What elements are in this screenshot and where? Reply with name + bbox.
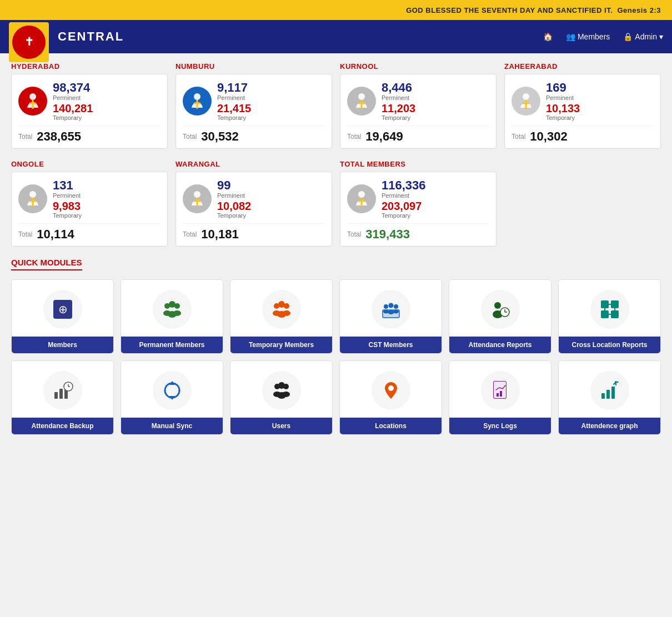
svg-rect-51 (611, 300, 619, 308)
region-kurnool: KURNOOL 8,446 Perminent 11,20 (340, 62, 497, 149)
module-locations[interactable]: Locations (339, 360, 442, 435)
region-card-ongole: 131 Perminent 9,983 Temporary Total 10,1… (11, 172, 168, 247)
svg-point-40 (388, 303, 393, 308)
module-sync-logs[interactable]: Sync Logs (449, 360, 551, 435)
ongole-logo (18, 184, 47, 213)
svg-rect-52 (601, 310, 609, 318)
svg-point-43 (388, 310, 394, 314)
cst-members-icon (380, 299, 402, 320)
warangal-logo (183, 184, 212, 213)
warangal-permanent: 99 (217, 179, 325, 192)
module-manual-sync[interactable]: Manual Sync (121, 360, 223, 435)
numburu-total: 30,532 (201, 129, 238, 144)
svg-point-68 (278, 382, 285, 389)
module-sync-logs-label: Sync Logs (449, 418, 551, 434)
svg-point-27 (174, 303, 180, 309)
region-hyderabad: HYDERABAD 98,374 Perminent 14 (11, 62, 168, 149)
members-nav-icon: 👥 (566, 32, 575, 41)
svg-rect-78 (606, 390, 610, 399)
warangal-temporary: 10,082 (217, 200, 325, 212)
zaheerabad-total: 10,302 (530, 129, 567, 144)
kurnool-permanent: 8,446 (382, 81, 489, 94)
top-bar-verse: GOD BLESSED THE SEVENTH DAY AND SANCTIFI… (406, 6, 661, 14)
region-card-hyderabad: 98,374 Perminent 140,281 Temporary Total… (11, 74, 168, 149)
total-permanent: 116,336 (382, 179, 489, 192)
region-total-members: TOTAL MEMBERS 116,336 Perminent (340, 160, 497, 247)
module-attendence-graph-label: Attendence graph (559, 418, 660, 434)
svg-point-11 (523, 93, 529, 100)
quick-modules-section: QUICK MODULES ⊕ Members (11, 258, 661, 435)
warangal-total: 10,181 (201, 227, 238, 242)
svg-point-45 (494, 302, 501, 309)
module-temporary-members[interactable]: Temporary Members (230, 279, 333, 354)
svg-point-39 (384, 304, 388, 309)
users-icon-circle (262, 371, 301, 410)
module-attendance-reports[interactable]: Attendance Reports (449, 279, 551, 354)
ongole-total: 10,114 (37, 227, 74, 242)
numburu-logo (183, 87, 212, 116)
sync-logs-icon (490, 380, 511, 401)
manual-sync-icon-circle (153, 371, 192, 410)
module-members[interactable]: ⊕ Members (11, 279, 114, 354)
kurnool-temporary: 11,203 (382, 102, 489, 114)
module-cross-location-reports[interactable]: Cross Location Reports (558, 279, 661, 354)
kurnool-total: 19,649 (365, 129, 403, 144)
nav-admin[interactable]: 🔒 Admin ▾ (623, 32, 663, 41)
kurnool-logo (347, 87, 376, 116)
regions-row-1: HYDERABAD 98,374 Perminent 14 (11, 62, 661, 149)
module-attendance-reports-label: Attendance Reports (449, 337, 551, 353)
attendance-reports-icon (490, 299, 511, 320)
empty-region-slot (504, 160, 661, 247)
module-users[interactable]: Users (230, 360, 333, 435)
ongole-temporary: 9,983 (53, 200, 161, 212)
module-cst-members[interactable]: CST Members (339, 279, 442, 354)
region-title-kurnool: KURNOOL (340, 62, 497, 71)
svg-point-36 (283, 310, 290, 316)
svg-point-33 (284, 303, 289, 309)
module-permanent-members[interactable]: Permanent Members (121, 279, 223, 354)
attendance-reports-icon-circle (481, 290, 520, 329)
chevron-down-icon: ▾ (659, 32, 663, 41)
nav-members[interactable]: 👥 Members (566, 32, 610, 41)
grand-total: 319,433 (365, 227, 410, 242)
svg-point-30 (173, 310, 181, 316)
module-cross-location-reports-label: Cross Location Reports (559, 337, 660, 353)
locations-icon (380, 380, 402, 401)
cross-location-reports-icon-circle (590, 290, 629, 329)
sync-logs-icon-circle (481, 371, 520, 410)
locations-icon-circle (372, 371, 410, 410)
header-title: CENTRAL (58, 29, 543, 44)
header-nav: 🏠 👥 Members 🔒 Admin ▾ (543, 32, 663, 41)
svg-text:✝: ✝ (24, 36, 34, 48)
total-temporary: 203,097 (382, 200, 489, 212)
attendence-graph-icon (599, 380, 620, 401)
header: ✝ CENTRAL 🏠 👥 Members 🔒 Admin ▾ (0, 20, 672, 53)
region-card-total: 116,336 Perminent 203,097 Temporary Tota… (340, 172, 497, 247)
users-icon (271, 380, 292, 401)
nav-home[interactable]: 🏠 (543, 32, 553, 41)
svg-point-71 (282, 392, 290, 397)
logo-icon: ✝ (12, 26, 46, 59)
numburu-permanent: 9,117 (217, 81, 325, 94)
svg-point-81 (615, 381, 617, 383)
region-title-total: TOTAL MEMBERS (340, 160, 497, 168)
attendance-backup-icon (52, 380, 73, 401)
module-locations-label: Locations (340, 418, 442, 434)
svg-point-72 (388, 385, 394, 391)
module-attendance-backup[interactable]: Attendance Backup (11, 360, 114, 435)
cst-members-icon-circle (372, 290, 410, 329)
module-attendence-graph[interactable]: Attendence graph (558, 360, 661, 435)
hyderabad-logo (18, 87, 47, 116)
svg-point-17 (194, 191, 200, 198)
module-manual-sync-label: Manual Sync (121, 418, 223, 434)
permanent-members-icon (162, 299, 183, 320)
svg-rect-79 (611, 387, 615, 399)
numburu-temporary: 21,415 (217, 102, 325, 114)
svg-point-41 (394, 304, 398, 309)
svg-point-20 (358, 191, 365, 198)
region-card-zaheerabad: 169 Perminent 10,133 Temporary Total 10,… (504, 74, 661, 149)
region-title-numburu: NUMBURU (175, 62, 332, 71)
lock-icon: 🔒 (623, 32, 633, 41)
region-title-ongole: ONGOLE (11, 160, 168, 168)
svg-rect-75 (497, 393, 499, 397)
